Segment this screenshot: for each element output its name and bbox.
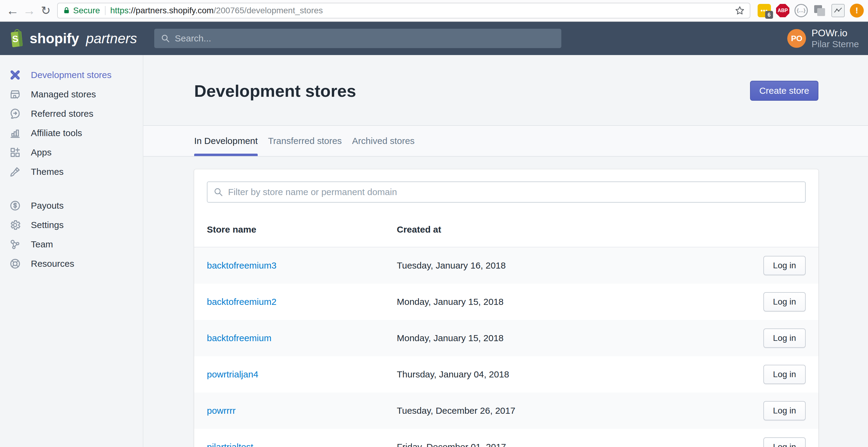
- logo-word-partners: partners: [86, 31, 137, 46]
- browser-reload-button[interactable]: ↻: [37, 5, 54, 16]
- store-filter-input[interactable]: [228, 187, 799, 197]
- table-row: backtofreemium2 Monday, January 15, 2018…: [194, 284, 818, 320]
- log-in-button[interactable]: Log in: [763, 292, 806, 312]
- store-name-link[interactable]: backtofreemium: [207, 333, 397, 343]
- avatar[interactable]: PO: [787, 29, 806, 48]
- created-at-value: Friday, December 01, 2017: [397, 442, 763, 447]
- account-org-name: POWr.io: [811, 27, 859, 39]
- stores-card: Store name Created at backtofreemium3 Tu…: [194, 169, 818, 447]
- sidebar-item-label: Team: [31, 239, 53, 250]
- tab-label: Archived stores: [352, 136, 415, 146]
- sidebar-item[interactable]: Team: [0, 235, 143, 254]
- settings-icon: [9, 219, 21, 231]
- store-name-link[interactable]: pilartrialtest: [207, 442, 397, 447]
- extension-row: ••• 6 ABP {…} !: [757, 4, 864, 18]
- themes-icon: [9, 166, 21, 178]
- sidebar-item-label: Apps: [31, 147, 52, 158]
- sidebar-item[interactable]: Managed stores: [0, 85, 143, 104]
- column-store-name: Store name: [207, 224, 397, 235]
- front-square: [817, 8, 825, 16]
- log-in-button[interactable]: Log in: [763, 401, 806, 420]
- sidebar-item-label: Development stores: [31, 70, 112, 80]
- store-rows: backtofreemium3 Tuesday, January 16, 201…: [194, 247, 818, 447]
- sidebar-item[interactable]: Settings: [0, 215, 143, 235]
- password-manager-extension-icon[interactable]: ••• 6: [757, 4, 771, 17]
- chart-zigzag-icon: [833, 6, 843, 15]
- log-in-button[interactable]: Log in: [763, 437, 806, 447]
- sidebar: Development stores Managed stores Referr…: [0, 55, 143, 447]
- tab[interactable]: Archived stores: [352, 126, 415, 156]
- created-at-value: Thursday, January 04, 2018: [397, 369, 763, 380]
- team-icon: [9, 238, 21, 250]
- app-header: S shopify partners PO POWr.io Pilar Ster…: [0, 22, 868, 55]
- store-name-link[interactable]: backtofreemium2: [207, 297, 397, 307]
- url-scheme: https: [111, 6, 129, 15]
- created-at-value: Monday, January 15, 2018: [397, 297, 763, 307]
- bookmark-star-icon[interactable]: [735, 5, 745, 16]
- sidebar-item[interactable]: Development stores: [0, 65, 143, 85]
- url-host: ://partners.shopify.com: [128, 6, 214, 15]
- sidebar-item[interactable]: Referred stores: [0, 104, 143, 123]
- sidebar-group-account: Payouts Settings Team Resources: [0, 196, 143, 274]
- global-search-input[interactable]: [175, 33, 555, 43]
- sidebar-item-label: Resources: [31, 259, 74, 269]
- table-row: backtofreemium3 Tuesday, January 16, 201…: [194, 247, 818, 284]
- created-at-value: Tuesday, December 26, 2017: [397, 406, 763, 416]
- sidebar-item[interactable]: Resources: [0, 254, 143, 274]
- store-name-link[interactable]: backtofreemium3: [207, 260, 397, 271]
- secure-chip[interactable]: Secure: [63, 6, 100, 15]
- browser-forward-button[interactable]: →: [21, 4, 37, 17]
- browser-back-button[interactable]: ←: [4, 4, 21, 17]
- sidebar-item[interactable]: Themes: [0, 162, 143, 182]
- tab-label: In Development: [194, 136, 258, 146]
- apps-icon: [9, 147, 21, 158]
- sidebar-item[interactable]: Apps: [0, 143, 143, 162]
- main-content: Development stores Create store In Devel…: [143, 55, 868, 447]
- tab-manager-extension-icon[interactable]: [813, 4, 826, 17]
- logo-word-shopify: shopify: [30, 31, 79, 46]
- table-row: backtofreemium Monday, January 15, 2018 …: [194, 320, 818, 356]
- global-search[interactable]: [154, 29, 561, 48]
- url-path: /200765/development_stores: [214, 6, 323, 15]
- sidebar-item[interactable]: Affiliate tools: [0, 123, 143, 143]
- created-at-value: Tuesday, January 16, 2018: [397, 260, 763, 271]
- sidebar-group-stores: Development stores Managed stores Referr…: [0, 65, 143, 182]
- log-in-button[interactable]: Log in: [763, 328, 806, 348]
- analytics-extension-icon[interactable]: [831, 4, 845, 17]
- adblock-extension-icon[interactable]: ABP: [776, 4, 789, 17]
- store-filter[interactable]: [207, 182, 806, 203]
- log-in-button[interactable]: Log in: [763, 256, 806, 275]
- search-icon: [161, 34, 170, 43]
- table-row: powrtrialjan4 Thursday, January 04, 2018…: [194, 356, 818, 392]
- tab[interactable]: Transferred stores: [268, 126, 342, 156]
- store-name-link[interactable]: powrtrialjan4: [207, 369, 397, 380]
- table-header: Store name Created at: [194, 203, 818, 247]
- resources-icon: [9, 258, 21, 270]
- shopify-partners-logo[interactable]: S shopify partners: [0, 29, 143, 48]
- sidebar-item-label: Themes: [31, 167, 63, 177]
- secure-label: Secure: [73, 6, 100, 15]
- dev-stores-icon: [9, 69, 21, 81]
- table-row: pilartrialtest Friday, December 01, 2017…: [194, 429, 818, 447]
- json-viewer-extension-icon[interactable]: {…}: [795, 4, 808, 17]
- sidebar-item-label: Affiliate tools: [31, 128, 82, 138]
- referred-stores-icon: [9, 108, 21, 120]
- page-url: https://partners.shopify.com/200765/deve…: [111, 6, 323, 15]
- address-bar[interactable]: Secure https://partners.shopify.com/2007…: [57, 3, 750, 19]
- payouts-icon: [9, 200, 21, 212]
- browser-menu-update-icon[interactable]: !: [850, 4, 864, 18]
- tab-label: Transferred stores: [268, 136, 342, 146]
- store-name-link[interactable]: powrrrr: [207, 406, 397, 416]
- tab[interactable]: In Development: [194, 126, 258, 156]
- sidebar-item-label: Payouts: [31, 200, 63, 211]
- table-row: powrrrr Tuesday, December 26, 2017 Log i…: [194, 392, 818, 429]
- password-badge: 6: [765, 11, 773, 19]
- log-in-button[interactable]: Log in: [763, 365, 806, 384]
- sidebar-item-label: Settings: [31, 220, 63, 230]
- account-menu[interactable]: PO POWr.io Pilar Sterne: [787, 27, 859, 50]
- page-title: Development stores: [194, 81, 356, 101]
- sidebar-item[interactable]: Payouts: [0, 196, 143, 215]
- shopify-bag-icon: S: [8, 29, 25, 48]
- create-store-button[interactable]: Create store: [750, 81, 818, 101]
- url-separator: [105, 6, 105, 15]
